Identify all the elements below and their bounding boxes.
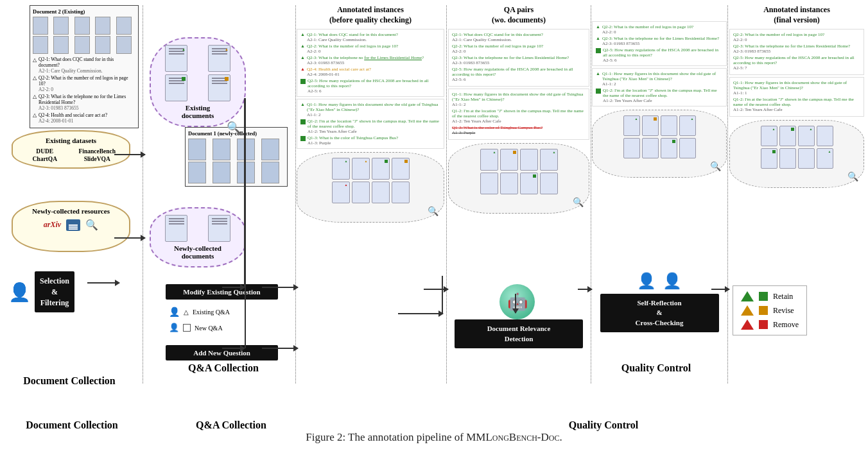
qa-coll-section-label: Q&A Collection — [170, 419, 292, 431]
dataset-chartqa: ChartQA — [32, 156, 57, 162]
divider-5 — [727, 5, 728, 384]
main-container: Document 2 (Existing) △ Q2-1: What does … — [0, 0, 868, 449]
qa-pairs-label: QA pairs(wo. documents) — [448, 5, 589, 25]
divider-4 — [591, 5, 591, 384]
doc2-box: Document 2 (Existing) △ Q2-1: What does … — [30, 5, 139, 128]
doc-collection-section: Document 2 (Existing) △ Q2-1: What does … — [5, 5, 143, 396]
figure-caption: Figure 2: The annotation pipeline of MML… — [306, 431, 562, 444]
dataset-dude: DUDE — [36, 148, 53, 155]
quality-cloud: ▲ ▲ 🔍 — [592, 110, 727, 178]
doc-collection-label: Document Collection — [5, 375, 134, 387]
doc2-qa-item: △ Q2-3: What is the telephone no for the… — [33, 94, 135, 111]
annotated-final-label: Annotated instances(final version) — [729, 5, 864, 25]
ann-before-cloud: ▲ ▲ ▲ 🔍 — [297, 152, 444, 223]
newly-docs-label: Newly-collecteddocuments — [156, 244, 239, 260]
final-cloud: ▲ ▲ ▲ 🔍 — [729, 120, 864, 188]
arrow-add-to-ann — [262, 348, 298, 349]
self-reflection-box: Self-Reflection&Cross-Checking — [600, 294, 719, 332]
qa-collection-section: Document 1 (newly-collected) ▲ — [146, 5, 300, 384]
doc2-qa-quality: ▲ Q2-2: What is the number of red logos … — [592, 21, 727, 66]
qa-pairs-section: QA pairs(wo. documents) Q2-1: What does … — [448, 5, 589, 384]
svg-marker-1 — [741, 305, 754, 316]
arrow-modify-to-ann — [262, 287, 298, 288]
svg-marker-0 — [741, 291, 754, 301]
qual-ctrl-section-label: Quality Control — [498, 419, 709, 431]
divider-1 — [143, 5, 143, 384]
quality-control-section: Quality Control ▲ Q2-2: What is the numb… — [592, 5, 727, 384]
existing-datasets-label: Existing datasets — [21, 137, 121, 144]
manuals-icon — [66, 219, 80, 231]
doc2-qa-before: ▲ Q2-1: What does CQC stand for in this … — [297, 29, 444, 97]
annotated-before-label: Annotated instances(before quality check… — [297, 5, 444, 25]
existing-datasets-oval: Existing datasets DUDE FinanceBench Char… — [12, 130, 130, 169]
svg-marker-2 — [741, 319, 754, 330]
magnifier-ann-before: 🔍 — [428, 206, 438, 217]
doc1-qa-final: Q1-1: How many figures in this document … — [729, 77, 864, 117]
arrow-ann-to-qa-h — [398, 313, 443, 314]
doc-relevance-box: Document RelevanceDetection — [455, 319, 583, 348]
person-selection-area: 👤 Selection & Filtering — [8, 271, 74, 312]
arrow-doc-to-qa-newly — [114, 237, 145, 239]
new-qa-label: New Q&A — [195, 325, 223, 332]
magnifier-final: 🔍 — [847, 171, 858, 182]
arrow-ann-to-qapairs — [424, 289, 448, 290]
doc2-qa-item: △ Q2-2: What is the number of red logos … — [33, 75, 135, 92]
person-figure-2: 👤 — [663, 272, 682, 290]
newly-docs-cloud: Newly-collecteddocuments — [150, 207, 246, 267]
arrow-qa-to-docrel — [515, 294, 516, 313]
arrow-h-newly-add — [222, 348, 245, 349]
dataset-financebench: FinanceBench — [78, 148, 116, 155]
qa-collection-label: Q&A Collection — [153, 362, 294, 374]
doc2-title: Document 2 (Existing) — [33, 8, 135, 15]
arrow-h-existing-modify — [222, 287, 245, 288]
newly-collected-label: Newly-collected resources — [21, 207, 121, 215]
divider-2 — [295, 5, 296, 384]
magnifier-existing: 🔍 — [227, 121, 241, 135]
selection-label: Selection — [40, 276, 69, 287]
doc1-box: Document 1 (newly-collected) — [185, 127, 288, 187]
qa-pairs-cloud: ▲ ▲ 🔍 — [448, 143, 589, 214]
existing-qa-legend: 👤 △ Existing Q&A — [169, 307, 230, 318]
magnifier-quality: 🔍 — [710, 161, 721, 172]
doc2-qa-item: △ Q2-4: Health and social care act at?A2… — [33, 112, 135, 124]
arrow-quality-to-final — [711, 289, 729, 290]
existing-qa-label: Existing Q&A — [193, 309, 230, 316]
magnifier-qa-pairs: 🔍 — [573, 197, 584, 208]
existing-docs-label: Existingdocuments — [156, 104, 239, 119]
doc2-qa-item: △ Q2-1: What does CQC stand for in this … — [33, 56, 135, 74]
new-qa-legend: 👤 New Q&A — [169, 323, 223, 333]
arxiv-logo: arXiv — [44, 220, 61, 230]
arrow-selection-right — [87, 282, 119, 284]
legend-box: Retain Revise Remove — [733, 285, 807, 335]
person-figure-1: 👤 — [637, 272, 656, 290]
doc2-qa-final: Q2-2: What is the number of red logos in… — [729, 29, 864, 75]
caption-text: Figure 2: The annotation pipeline of MML… — [306, 431, 562, 443]
doc-coll-section-label: Document Collection — [8, 419, 136, 431]
self-reflection-area: 👤 👤 Self-Reflection&Cross-Checking — [595, 272, 724, 332]
quality-control-label: Quality Control — [592, 362, 720, 374]
search-icon: 🔍 — [85, 219, 98, 231]
doc2-qa-pairs: Q2-1: What does CQC stand for in this do… — [448, 29, 589, 87]
filtering-label: Filtering — [40, 298, 69, 309]
doc1-qa-pairs: Q1-1: How many figures in this document … — [448, 89, 589, 140]
legend-revise: Revise — [741, 305, 799, 316]
person-icon: 👤 — [8, 282, 31, 303]
dataset-slidevqa: SlideVQA — [84, 156, 110, 162]
arrow-doc-to-qa-existing — [114, 154, 145, 155]
annotated-final-section: Annotated instances(final version) Q2-2:… — [729, 5, 864, 384]
newly-collected-oval: Newly-collected resources arXiv 🔍 — [12, 201, 130, 252]
doc1-qa-before: ▲ Q1-1: How many figures in this documen… — [297, 99, 444, 149]
doc1-qa-quality: ▲ Q1-1: How many figures in this documen… — [592, 68, 727, 106]
selection-filtering-box: Selection & Filtering — [35, 271, 74, 312]
annotated-before-section: Annotated instances(before quality check… — [297, 5, 444, 384]
legend-retain: Retain — [741, 291, 799, 301]
existing-docs-cloud: ▲ ▲ — [150, 37, 246, 127]
arrow-newly-docs-add — [245, 239, 246, 348]
arrow-ann-to-qa — [442, 276, 443, 314]
and-label: & — [40, 287, 69, 298]
gpt-icon-doc-relevance: 🤖 — [499, 284, 535, 319]
legend-remove: Remove — [741, 319, 799, 330]
arrow-qapairs-to-quality — [578, 289, 592, 290]
divider-3 — [446, 5, 447, 384]
